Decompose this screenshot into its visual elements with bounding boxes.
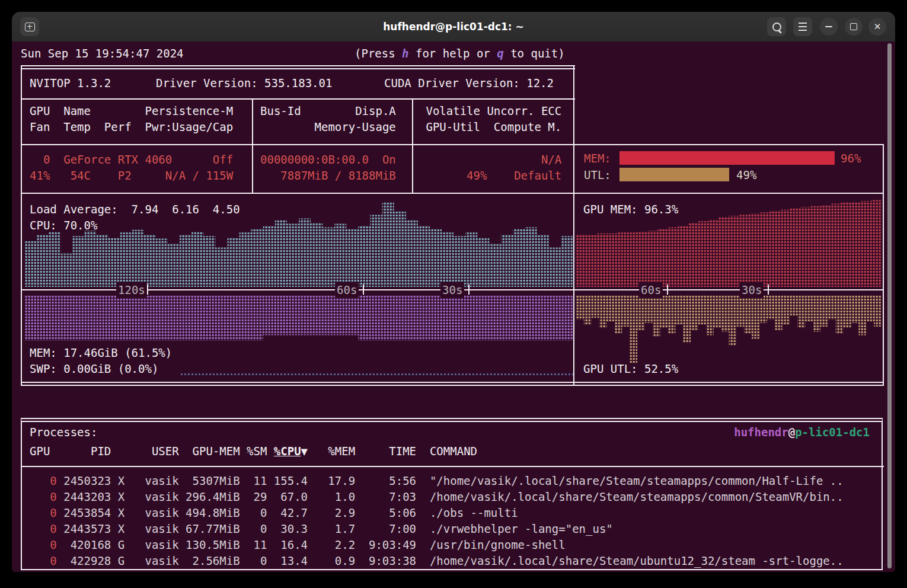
- process-row-text: 420168 G vasik 130.5MiB 11 16.4 2.2 9:03…: [57, 538, 566, 551]
- terminal-scrollbar[interactable]: [887, 43, 892, 568]
- clock-text: Sun Sep 15 19:54:47 2024: [21, 46, 184, 62]
- load-average-label: Load Average: 7.94 6.16 4.50: [30, 202, 240, 218]
- account-badge: hufhendr@p-lic01-dc1: [605, 424, 870, 440]
- process-row[interactable]: 0 2443203 X vasik 296.4MiB 29 67.0 1.0 7…: [30, 489, 844, 505]
- help-post: to quit): [504, 47, 565, 60]
- panel-right-border: [883, 144, 884, 386]
- gpu-row-col2: 00000000:0B:00.0 On 7887MiB / 8188MiB: [260, 152, 396, 184]
- process-row[interactable]: 0 2443573 X vasik 67.77MiB 0 30.3 1.7 7:…: [30, 521, 844, 537]
- process-row-text: 2453854 X vasik 494.8MiB 0 42.7 2.9 5:06…: [57, 506, 518, 519]
- process-table-rows: 0 2450323 X vasik 5307MiB 11 155.4 17.9 …: [30, 473, 844, 569]
- menu-icon: [799, 23, 807, 31]
- help-mid: for help or: [409, 47, 497, 60]
- host-mem-label: MEM: 17.46GiB (61.5%): [30, 345, 172, 361]
- process-row[interactable]: 0 422928 G vasik 2.56MiB 0 13.4 0.9 9:03…: [30, 553, 844, 569]
- axis-tick: [147, 285, 148, 295]
- axis-label-60s-left: 60s: [335, 282, 359, 298]
- search-button[interactable]: [767, 17, 786, 36]
- device-header-col3: Volatile Uncorr. ECC GPU-Util Compute M.: [419, 103, 561, 135]
- device-panel-top-border: [21, 65, 575, 69]
- panel-left-border: [21, 65, 22, 386]
- processes-header-separator: [21, 466, 884, 467]
- close-icon: ✕: [874, 23, 882, 31]
- axis-tick: [468, 285, 470, 295]
- gpu-row-col1[interactable]: 0 GeForce RTX 4060 Off41% 54C P2 N/A / 1…: [30, 152, 233, 184]
- axis-label-30s-right: 30s: [740, 282, 764, 298]
- mem-bar-percent: 96%: [841, 151, 861, 167]
- menu-button[interactable]: [793, 17, 812, 36]
- process-header-text: GPU PID USER GPU-MEM %SM: [30, 445, 274, 458]
- maximize-button[interactable]: [845, 18, 863, 36]
- terminal-content: Sun Sep 15 19:54:47 2024 (Press h for he…: [12, 41, 895, 572]
- device-header-col2-line2: Memory-Usage: [260, 119, 396, 135]
- minimize-button[interactable]: [820, 18, 838, 36]
- gpu-row-col3: N/A 49% Default: [419, 152, 561, 184]
- axis-label-60s-right: 60s: [639, 282, 663, 298]
- cuda-version: CUDA Driver Version: 12.2: [384, 75, 554, 91]
- gpu-mem-percent-label: GPU MEM: 96.3%: [583, 202, 678, 218]
- maximize-icon: [850, 23, 857, 30]
- nvitop-version: NVITOP 1.3.2: [30, 75, 111, 91]
- process-row-text: 2443203 X vasik 296.4MiB 29 67.0 1.0 7:0…: [57, 490, 844, 503]
- process-gpu-index: 0: [30, 554, 57, 567]
- process-row-text: 422928 G vasik 2.56MiB 0 13.4 0.9 9:03:3…: [57, 554, 844, 567]
- device-header-col3-line1: Volatile Uncorr. ECC: [419, 103, 561, 119]
- graphs-top-border: [21, 193, 884, 194]
- help-key-h: h: [402, 47, 408, 60]
- process-gpu-index: 0: [30, 522, 57, 535]
- sort-column-cpu[interactable]: %CPU: [274, 445, 301, 458]
- swap-label: SWP: 0.00GiB (0.0%): [30, 361, 158, 377]
- processes-title: Processes:: [30, 424, 97, 440]
- device-header-separator: [21, 98, 575, 100]
- utl-bar-percent: 49%: [736, 167, 756, 183]
- cpu-percent-label: CPU: 70.0%: [30, 218, 97, 234]
- title-bar[interactable]: + hufhendr@p-lic01-dc1: ~ ✕: [12, 12, 895, 42]
- mem-bar-fill: [619, 151, 835, 165]
- gpu-fan-temp-line: 41% 54C P2 N/A / 115W: [30, 168, 233, 184]
- gpu-ecc-line: N/A: [419, 152, 561, 168]
- process-table-header[interactable]: GPU PID USER GPU-MEM %SM %CPU▼ %MEM TIME…: [30, 443, 477, 459]
- utl-bar-label: UTL:: [584, 167, 611, 183]
- swap-history-line: [181, 373, 573, 375]
- axis-tick: [768, 285, 769, 295]
- axis-label-30s-left: 30s: [440, 282, 464, 298]
- device-header-col3-line2: GPU-Util Compute M.: [419, 119, 561, 135]
- gpu-busid-line: 00000000:0B:00.0 On: [260, 152, 396, 168]
- utl-bar-fill: [619, 168, 729, 181]
- process-row[interactable]: 0 2453854 X vasik 494.8MiB 0 42.7 2.9 5:…: [30, 505, 844, 521]
- gpu-name-line: 0 GeForce RTX 4060 Off: [30, 152, 233, 168]
- gpu-row-top-border: [21, 144, 884, 145]
- axis-tick: [363, 285, 364, 295]
- device-header-col2-line1: Bus-Id Disp.A: [260, 103, 396, 119]
- device-header-col2: Bus-Id Disp.A Memory-Usage: [260, 103, 396, 135]
- gpu-util-line: 49% Default: [419, 168, 561, 184]
- graphs-bottom-border: [21, 382, 884, 386]
- axis-label-120s: 120s: [116, 282, 147, 298]
- close-button[interactable]: ✕: [868, 18, 886, 36]
- process-gpu-index: 0: [30, 538, 57, 551]
- sort-arrow-icon: ▼: [301, 445, 308, 458]
- process-gpu-index: 0: [30, 490, 57, 503]
- process-row-text: 2450323 X vasik 5307MiB 11 155.4 17.9 5:…: [57, 474, 844, 487]
- process-row[interactable]: 0 420168 G vasik 130.5MiB 11 16.4 2.2 9:…: [30, 537, 844, 553]
- terminal-window: + hufhendr@p-lic01-dc1: ~ ✕ Sun Sep 15 1…: [12, 12, 895, 572]
- help-pre: (Press: [355, 47, 402, 60]
- help-key-q: q: [497, 47, 503, 60]
- process-row[interactable]: 0 2450323 X vasik 5307MiB 11 155.4 17.9 …: [30, 473, 844, 489]
- account-at: @: [788, 426, 795, 439]
- axis-tick: [667, 285, 668, 295]
- help-hint: (Press h for help or q to quit): [355, 46, 565, 62]
- process-gpu-index: 0: [30, 474, 57, 487]
- gpu-memory-line: 7887MiB / 8188MiB: [260, 168, 396, 184]
- device-col1-separator: [252, 98, 253, 194]
- process-row-text: 2443573 X vasik 67.77MiB 0 30.3 1.7 7:00…: [57, 522, 613, 535]
- driver-version: Driver Version: 535.183.01: [156, 75, 332, 91]
- process-header-text: %MEM TIME COMMAND: [308, 445, 477, 458]
- account-user: hufhendr: [734, 426, 788, 439]
- search-icon: [772, 23, 781, 31]
- account-host: p-lic01-dc1: [795, 426, 870, 439]
- device-header-col1-line1: GPU Name Persistence-M: [30, 103, 233, 119]
- panel-middle-border: [573, 65, 574, 386]
- device-header-col1: GPU Name Persistence-MFan Temp Perf Pwr:…: [30, 103, 233, 135]
- mem-bar-label: MEM:: [584, 151, 611, 167]
